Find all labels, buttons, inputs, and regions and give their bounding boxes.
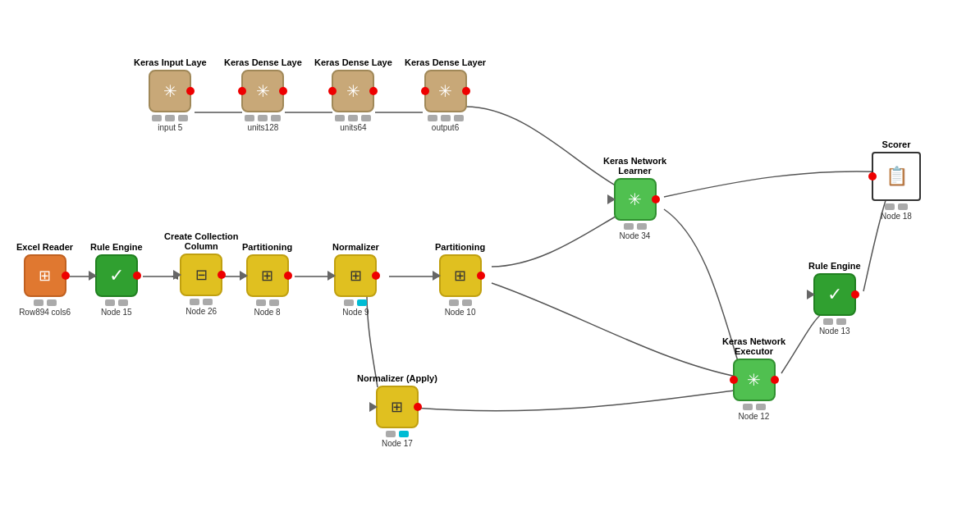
keras-dense1-icon: ✳ <box>256 83 270 99</box>
partitioning-10-ports <box>449 299 472 306</box>
port-2 <box>462 299 472 306</box>
port-2 <box>165 115 175 121</box>
port-3 <box>271 115 281 121</box>
keras-executor-box[interactable]: ✳ <box>733 359 776 401</box>
port-1 <box>256 299 266 306</box>
port-2 <box>637 223 647 230</box>
port-1 <box>190 299 199 305</box>
port-1 <box>34 299 44 306</box>
keras-executor-out-port <box>771 376 779 384</box>
excel-reader-out-port <box>62 272 70 280</box>
partitioning-8-out-port <box>284 272 292 280</box>
node-keras-learner[interactable]: Keras Network Learner ✳ Node 34 <box>603 156 666 240</box>
keras-dense1-box[interactable]: ✳ <box>241 70 284 112</box>
port-1 <box>743 404 753 410</box>
scorer-box[interactable]: 📋 <box>872 152 921 201</box>
node-normalizer-apply[interactable]: Normalizer (Apply) ⊞ Node 17 <box>357 373 437 448</box>
port-1 <box>105 299 115 306</box>
node-rule-engine-15[interactable]: Rule Engine ✓ Node 15 <box>90 242 143 317</box>
port-2 <box>348 115 358 121</box>
scorer-in-port <box>868 172 877 180</box>
port-1 <box>624 223 634 230</box>
keras-learner-label-bottom: Node 34 <box>620 231 651 240</box>
rule-engine-15-icon: ✓ <box>109 267 124 285</box>
rule-engine-15-label-bottom: Node 15 <box>101 308 132 317</box>
keras-dense3-out-port <box>462 87 470 95</box>
partitioning-10-in-arrow <box>433 271 441 281</box>
partitioning-8-label-bottom: Node 8 <box>254 308 280 317</box>
normalizer-9-icon: ⊞ <box>350 268 362 283</box>
create-collection-ports <box>190 299 213 305</box>
rule-engine-15-ports <box>105 299 128 306</box>
node-rule-engine-13[interactable]: Rule Engine ✓ Node 13 <box>808 261 861 336</box>
port-1 <box>335 115 345 121</box>
node-excel-reader[interactable]: Excel Reader ⊞ Row894 cols6 <box>16 242 73 317</box>
keras-dense2-box[interactable]: ✳ <box>332 70 374 112</box>
port-2 <box>258 115 268 121</box>
partitioning-10-box[interactable]: ⊞ <box>439 254 482 297</box>
create-collection-box[interactable]: ⊟ <box>180 254 222 296</box>
excel-reader-label-top: Excel Reader <box>16 242 73 252</box>
normalizer-apply-icon: ⊞ <box>391 400 403 414</box>
port-3 <box>178 115 188 121</box>
rule-engine-13-label-top: Rule Engine <box>808 261 861 271</box>
keras-dense1-out-port <box>279 87 287 95</box>
keras-dense3-box[interactable]: ✳ <box>424 70 467 112</box>
rule-engine-15-label-top: Rule Engine <box>90 242 143 252</box>
excel-reader-label-bottom: Row894 cols6 <box>19 308 71 317</box>
keras-executor-in-port <box>730 376 738 384</box>
node-scorer[interactable]: Scorer 📋 Node 18 <box>872 139 921 221</box>
rule-engine-13-out-port <box>851 290 859 299</box>
keras-executor-label-top: Keras Network Executor <box>722 336 785 356</box>
port-2 <box>203 299 213 305</box>
keras-dense3-ports <box>428 115 464 121</box>
port-1 <box>885 203 895 210</box>
normalizer-9-box[interactable]: ⊞ <box>334 254 377 297</box>
port-2 <box>756 404 766 410</box>
node-create-collection[interactable]: Create Collection Column ⊟ Node 26 <box>164 231 238 316</box>
keras-dense3-icon: ✳ <box>438 83 452 99</box>
node-normalizer-9[interactable]: Normalizer ⊞ Node 9 <box>332 242 379 317</box>
normalizer-9-in-arrow <box>327 271 336 281</box>
keras-dense3-label-top: Keras Dense Layer <box>405 57 486 67</box>
node-keras-dense-1[interactable]: Keras Dense Laye ✳ units128 <box>224 57 302 132</box>
port-1 <box>449 299 459 306</box>
partitioning-10-label-bottom: Node 10 <box>445 308 476 317</box>
scorer-ports <box>885 203 908 210</box>
port-1 <box>428 115 437 121</box>
keras-input-label-bottom: input 5 <box>158 123 182 132</box>
keras-input-ports <box>152 115 188 121</box>
keras-input-box[interactable]: ✳ <box>149 70 191 112</box>
create-collection-in-arrow <box>173 270 181 280</box>
port-1 <box>386 431 396 437</box>
excel-reader-box[interactable]: ⊞ <box>24 254 66 297</box>
normalizer-apply-box[interactable]: ⊞ <box>376 386 419 428</box>
node-keras-executor[interactable]: Keras Network Executor ✳ Node 12 <box>722 336 785 421</box>
keras-dense3-label-bottom: output6 <box>432 123 459 132</box>
node-keras-dense-3[interactable]: Keras Dense Layer ✳ output6 <box>405 57 486 132</box>
excel-reader-ports <box>34 299 57 306</box>
node-keras-dense-2[interactable]: Keras Dense Laye ✳ units64 <box>314 57 392 132</box>
rule-engine-13-icon: ✓ <box>827 286 842 304</box>
port-3 <box>454 115 464 121</box>
rule-engine-15-in-arrow <box>89 271 97 281</box>
normalizer-apply-out-port <box>414 403 422 411</box>
scorer-icon: 📋 <box>886 167 908 185</box>
create-collection-label-top: Create Collection Column <box>164 231 238 251</box>
keras-dense2-ports <box>335 115 371 121</box>
partitioning-10-label-top: Partitioning <box>435 242 485 252</box>
keras-input-icon: ✳ <box>163 83 177 99</box>
partitioning-8-box[interactable]: ⊞ <box>246 254 289 297</box>
node-partitioning-8[interactable]: Partitioning ⊞ Node 8 <box>242 242 292 317</box>
partitioning-8-icon: ⊞ <box>261 268 273 283</box>
keras-dense2-label-top: Keras Dense Laye <box>314 57 392 67</box>
node-partitioning-10[interactable]: Partitioning ⊞ Node 10 <box>435 242 485 317</box>
keras-executor-label-bottom: Node 12 <box>739 412 770 421</box>
node-keras-input[interactable]: Keras Input Laye ✳ input 5 <box>134 57 207 132</box>
keras-learner-icon: ✳ <box>628 191 642 208</box>
rule-engine-13-box[interactable]: ✓ <box>813 273 856 316</box>
port-1 <box>152 115 162 121</box>
rule-engine-15-box[interactable]: ✓ <box>95 254 138 297</box>
keras-learner-box[interactable]: ✳ <box>614 178 657 221</box>
keras-dense2-label-bottom: units64 <box>340 123 366 132</box>
